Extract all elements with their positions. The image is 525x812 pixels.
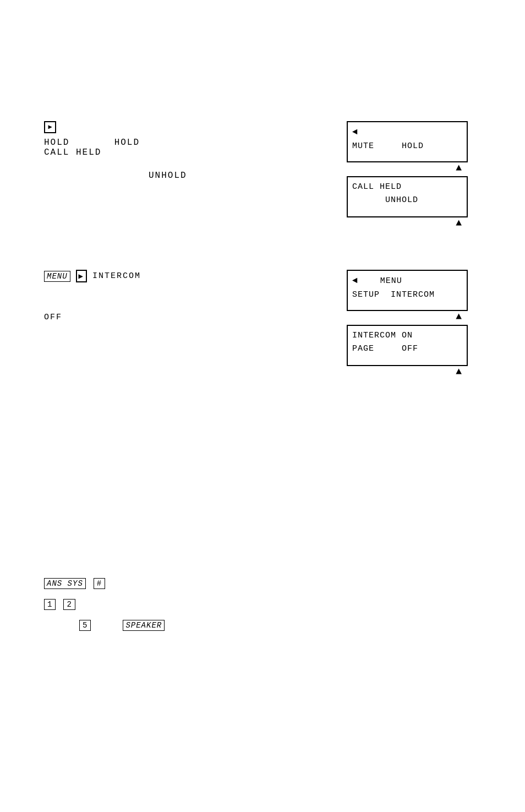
menu-button[interactable]: MENU (44, 271, 70, 282)
ans-sys-button[interactable]: ANS SYS (44, 578, 86, 589)
off-label: OFF (44, 313, 141, 322)
play-icon-2: ▶ (76, 270, 87, 282)
left-arrow-icon: ◄ (352, 127, 358, 137)
call-held-line: CALL HELD (44, 148, 140, 157)
speaker-button[interactable]: SPEAKER (123, 620, 165, 631)
num2-button[interactable]: 2 (63, 599, 75, 610)
section-anssys: ANS SYS # 1 2 5 SPEAKER (44, 578, 165, 631)
section-hold: ▶ HOLD HOLD CALL HELD (44, 121, 140, 157)
screen-mute-hold: ◄ MUTE HOLD ▲ (347, 121, 468, 162)
unhold-text: UNHOLD (149, 171, 187, 181)
arrow-down-1: ▲ (456, 162, 462, 173)
arrow-down-4: ▲ (456, 366, 462, 377)
hash-button[interactable]: # (94, 578, 105, 589)
section-menu: MENU ▶ INTERCOM OFF (44, 270, 141, 322)
screen-intercom-page: INTERCOM ON PAGE OFF ▲ (347, 325, 468, 366)
hold-line: HOLD HOLD (44, 138, 140, 148)
arrow-down-3: ▲ (456, 311, 462, 322)
play-icon: ▶ (44, 121, 140, 135)
arrow-down-2: ▲ (456, 217, 462, 228)
num5-button[interactable]: 5 (79, 620, 91, 631)
page: ▶ HOLD HOLD CALL HELD UNHOLD ◄ MUTE HOLD… (0, 0, 525, 812)
screen-call-held: CALL HELD UNHOLD ▲ (347, 176, 468, 217)
left-arrow-icon-2: ◄ (352, 276, 358, 286)
num1-button[interactable]: 1 (44, 599, 56, 610)
screen-menu-setup: ◄ MENU SETUP INTERCOM ▲ (347, 270, 468, 311)
